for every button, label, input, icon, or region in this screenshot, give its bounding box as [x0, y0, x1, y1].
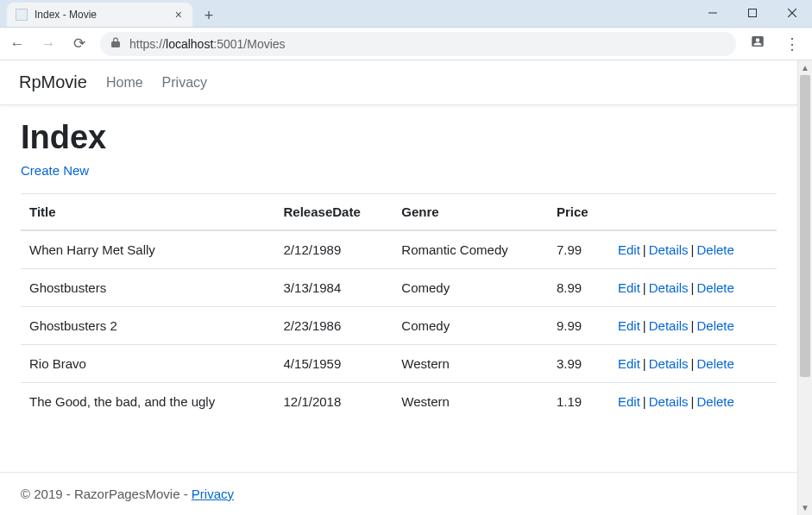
table-header-row: Title ReleaseDate Genre Price [21, 194, 777, 231]
account-icon[interactable] [746, 34, 769, 53]
cell-actions: Edit|Details|Delete [609, 307, 777, 345]
movies-table: Title ReleaseDate Genre Price When Harry… [21, 193, 777, 420]
separator: | [640, 394, 649, 409]
separator: | [689, 242, 697, 257]
reload-button[interactable]: ⟳ [69, 35, 90, 53]
close-icon [788, 9, 796, 17]
nav-link-home[interactable]: Home [106, 75, 143, 91]
cell-release: 4/15/1959 [275, 345, 393, 383]
footer-text: © 2019 - RazorPagesMovie - [21, 487, 192, 501]
cell-actions: Edit|Details|Delete [609, 383, 777, 421]
scrollbar-down-icon[interactable]: ▼ [798, 500, 812, 515]
edit-link[interactable]: Edit [618, 242, 640, 257]
cell-price: 9.99 [548, 307, 609, 345]
viewport: RpMovie Home Privacy Index Create New Ti… [0, 60, 812, 515]
edit-link[interactable]: Edit [618, 280, 640, 295]
cell-actions: Edit|Details|Delete [609, 345, 777, 383]
delete-link[interactable]: Delete [696, 242, 733, 257]
details-link[interactable]: Details [649, 280, 689, 295]
back-button[interactable]: ← [7, 35, 28, 53]
delete-link[interactable]: Delete [696, 318, 733, 333]
col-releasedate: ReleaseDate [275, 194, 393, 231]
cell-actions: Edit|Details|Delete [609, 230, 777, 269]
separator: | [689, 394, 697, 409]
col-genre: Genre [393, 194, 548, 231]
browser-menu-button[interactable]: ⋮ [779, 35, 805, 53]
browser-toolbar: ← → ⟳ https://localhost:5001/Movies ⋮ [0, 28, 812, 60]
browser-titlebar: Index - Movie × + [0, 0, 812, 28]
table-row: Ghostbusters 22/23/1986Comedy9.99Edit|De… [21, 307, 777, 345]
address-bar[interactable]: https://localhost:5001/Movies [100, 32, 736, 56]
separator: | [640, 242, 649, 257]
window-maximize-button[interactable] [733, 0, 772, 26]
forward-button[interactable]: → [38, 35, 59, 53]
main: Index Create New Title ReleaseDate Genre… [0, 105, 797, 472]
url-path: /Movies [243, 37, 285, 51]
delete-link[interactable]: Delete [696, 356, 733, 371]
cell-title: Ghostbusters [21, 269, 275, 307]
separator: | [689, 280, 697, 295]
nav-link-privacy[interactable]: Privacy [162, 75, 207, 91]
separator: | [640, 356, 649, 371]
cell-price: 3.99 [548, 345, 609, 383]
cell-title: Rio Bravo [21, 345, 275, 383]
col-title: Title [21, 194, 275, 231]
url-port: :5001 [213, 37, 243, 51]
edit-link[interactable]: Edit [618, 356, 640, 371]
cell-release: 2/12/1989 [275, 230, 393, 269]
tab-title: Index - Movie [35, 9, 167, 21]
url-host: localhost [166, 37, 213, 51]
lock-icon [110, 37, 121, 51]
create-new-link[interactable]: Create New [21, 163, 89, 178]
cell-release: 12/1/2018 [275, 383, 393, 421]
separator: | [689, 318, 697, 333]
cell-price: 1.19 [548, 383, 609, 421]
scrollbar-thumb[interactable] [800, 75, 810, 377]
col-actions [609, 194, 777, 231]
cell-genre: Romantic Comedy [393, 230, 548, 269]
delete-link[interactable]: Delete [696, 394, 733, 409]
tab-favicon [16, 9, 28, 21]
cell-title: The Good, the bad, and the ugly [21, 383, 275, 421]
window-controls [693, 0, 812, 26]
site-navbar: RpMovie Home Privacy [0, 60, 797, 105]
maximize-icon [748, 9, 757, 17]
details-link[interactable]: Details [649, 356, 689, 371]
cell-actions: Edit|Details|Delete [609, 269, 777, 307]
cell-price: 7.99 [548, 230, 609, 269]
details-link[interactable]: Details [649, 318, 689, 333]
svg-rect-1 [749, 9, 757, 17]
details-link[interactable]: Details [649, 242, 689, 257]
minimize-icon [708, 9, 717, 17]
scrollbar-up-icon[interactable]: ▲ [798, 60, 812, 75]
edit-link[interactable]: Edit [618, 318, 640, 333]
cell-release: 3/13/1984 [275, 269, 393, 307]
window-close-button[interactable] [772, 0, 812, 26]
url-text: https://localhost:5001/Movies [129, 37, 286, 51]
cell-price: 8.99 [548, 269, 609, 307]
cell-genre: Western [393, 383, 548, 421]
cell-title: When Harry Met Sally [21, 230, 275, 269]
footer: © 2019 - RazorPagesMovie - Privacy [0, 472, 797, 515]
table-row: When Harry Met Sally2/12/1989Romantic Co… [21, 230, 777, 269]
separator: | [640, 280, 649, 295]
cell-genre: Comedy [393, 307, 548, 345]
page-content: RpMovie Home Privacy Index Create New Ti… [0, 60, 797, 515]
window-minimize-button[interactable] [693, 0, 733, 26]
footer-privacy-link[interactable]: Privacy [192, 487, 234, 501]
details-link[interactable]: Details [649, 394, 689, 409]
tab-close-icon[interactable]: × [173, 8, 184, 22]
table-row: Ghostbusters3/13/1984Comedy8.99Edit|Deta… [21, 269, 777, 307]
cell-release: 2/23/1986 [275, 307, 393, 345]
page-heading: Index [21, 119, 777, 156]
table-row: Rio Bravo4/15/1959Western3.99Edit|Detail… [21, 345, 777, 383]
scrollbar[interactable]: ▲ ▼ [797, 60, 812, 515]
separator: | [640, 318, 649, 333]
table-row: The Good, the bad, and the ugly12/1/2018… [21, 383, 777, 421]
edit-link[interactable]: Edit [618, 394, 640, 409]
delete-link[interactable]: Delete [696, 280, 733, 295]
new-tab-button[interactable]: + [198, 4, 220, 27]
cell-title: Ghostbusters 2 [21, 307, 275, 345]
brand[interactable]: RpMovie [19, 72, 87, 92]
browser-tab[interactable]: Index - Movie × [7, 3, 192, 27]
